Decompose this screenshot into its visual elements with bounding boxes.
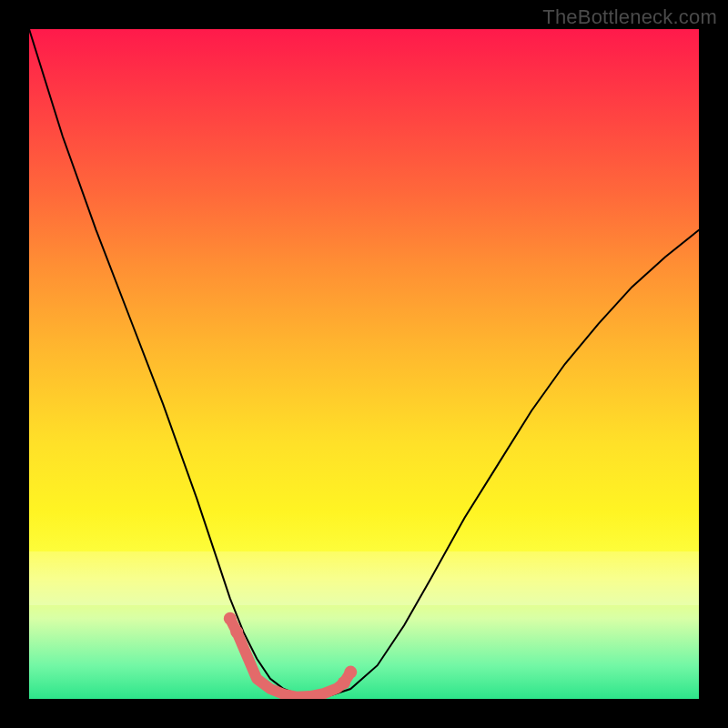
marker-dot bbox=[338, 676, 350, 689]
chart-frame: TheBottleneck.com bbox=[0, 0, 728, 728]
marker-dot bbox=[344, 666, 357, 679]
bottleneck-curve-svg bbox=[29, 29, 699, 699]
plot-area bbox=[29, 29, 699, 699]
watermark-text: TheBottleneck.com bbox=[542, 5, 717, 29]
marker-dot bbox=[230, 625, 243, 638]
marker-path bbox=[230, 619, 350, 697]
bottleneck-curve-path bbox=[29, 29, 699, 697]
marker-dot bbox=[224, 612, 237, 625]
marker-group bbox=[224, 612, 357, 697]
